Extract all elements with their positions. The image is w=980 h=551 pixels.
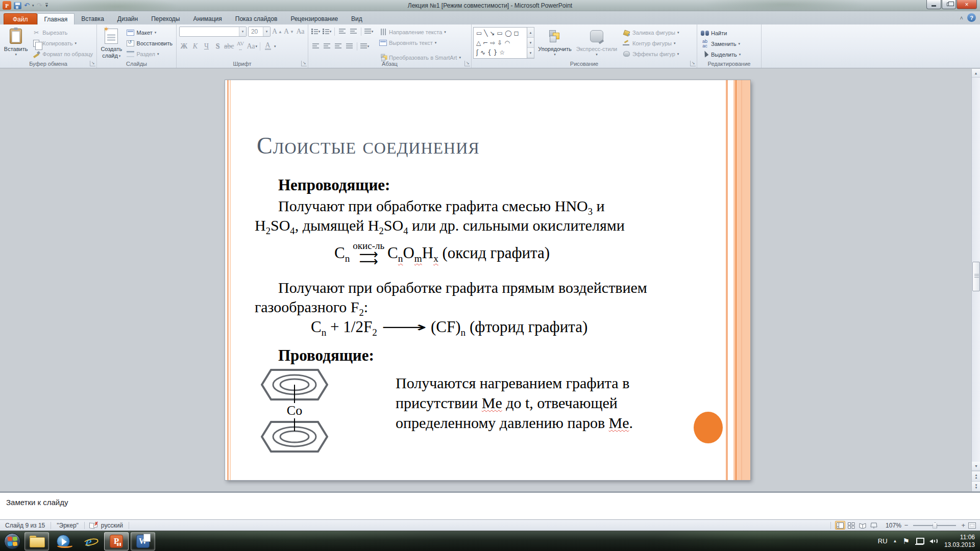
- shape-effects-button[interactable]: Эффекты фигур ▾: [620, 48, 681, 59]
- paragraph-oxidizers[interactable]: Получают при обработке графита смесью HN…: [255, 196, 729, 235]
- tab-slideshow[interactable]: Показ слайдов: [229, 13, 284, 24]
- zoom-in-icon[interactable]: +: [960, 521, 966, 529]
- shapes-row-2[interactable]: △⌐⇨⇩◠: [476, 39, 524, 46]
- shapes-row-3[interactable]: ʃ∿{}☆: [476, 49, 524, 56]
- decrease-indent-button[interactable]: [337, 27, 347, 36]
- text-direction-button[interactable]: Направление текста ▾: [377, 27, 463, 37]
- tab-review[interactable]: Рецензирование: [284, 13, 345, 24]
- shapes-gallery-scroll[interactable]: ▲ ▼ ▼: [527, 27, 534, 59]
- grow-font-button[interactable]: А▲: [272, 27, 282, 37]
- speaker-icon[interactable]: [929, 537, 939, 545]
- taskbar-word[interactable]: W: [131, 532, 155, 550]
- taskbar-internet-explorer[interactable]: e: [78, 532, 102, 550]
- clear-formatting-button[interactable]: Аа: [296, 27, 305, 37]
- formula-graphite-fluoride[interactable]: Cn + 1/2F2 ⟶ (CF)n (фторид графита): [311, 318, 587, 336]
- arrange-button[interactable]: Упорядочить ▾: [536, 26, 573, 59]
- tab-design[interactable]: Дизайн: [111, 13, 144, 24]
- tab-transitions[interactable]: Переходы: [144, 13, 186, 24]
- zoom-level[interactable]: 107%: [884, 522, 903, 529]
- zoom-out-icon[interactable]: −: [903, 521, 910, 529]
- paragraph-dialog-launcher-icon[interactable]: ↘: [464, 61, 470, 66]
- new-slide-button[interactable]: Создать слайд▾: [99, 26, 125, 59]
- justify-button[interactable]: [345, 41, 354, 51]
- select-button[interactable]: Выделить ▾: [699, 49, 760, 60]
- normal-view-button[interactable]: [835, 521, 845, 530]
- increase-indent-button[interactable]: [349, 27, 358, 36]
- clock[interactable]: 11:06 13.03.2013: [944, 534, 975, 549]
- bullets-button[interactable]: ▾: [311, 27, 321, 36]
- scroll-down-button[interactable]: ▼: [972, 462, 980, 471]
- find-button[interactable]: Найти: [699, 28, 760, 38]
- slideshow-view-button[interactable]: [869, 521, 879, 530]
- shrink-font-button[interactable]: А▼: [284, 27, 294, 37]
- tab-insert[interactable]: Вставка: [75, 13, 111, 24]
- network-icon[interactable]: [915, 538, 924, 545]
- strikethrough-button[interactable]: abc: [224, 41, 234, 51]
- align-right-button[interactable]: [333, 41, 343, 51]
- section-button[interactable]: Раздел ▾: [125, 48, 175, 59]
- customize-qat-icon[interactable]: ▾: [45, 3, 48, 8]
- font-color-button[interactable]: А: [263, 41, 273, 51]
- show-hidden-icons-icon[interactable]: ▲: [893, 539, 897, 543]
- layout-button[interactable]: Макет ▾: [125, 28, 175, 38]
- notes-pane[interactable]: Заметки к слайду: [0, 491, 980, 519]
- reset-button[interactable]: Восстановить: [125, 38, 175, 49]
- shape-fill-button[interactable]: Заливка фигуры ▾: [620, 28, 681, 38]
- align-center-button[interactable]: [322, 41, 332, 51]
- shapes-more-icon[interactable]: ▼: [527, 48, 534, 58]
- zoom-slider[interactable]: [913, 525, 956, 526]
- undo-dropdown-icon[interactable]: ▾: [32, 4, 34, 8]
- notes-placeholder[interactable]: Заметки к слайду: [6, 498, 974, 507]
- scrollbar-thumb[interactable]: [972, 262, 980, 291]
- cobaltocene-diagram[interactable]: Co: [261, 369, 328, 453]
- copy-button[interactable]: Копировать ▾: [30, 38, 95, 49]
- save-icon[interactable]: [14, 2, 21, 9]
- taskbar-media-player[interactable]: [51, 532, 76, 550]
- slide-sorter-view-button[interactable]: [846, 521, 856, 530]
- slide-counter[interactable]: Слайд 9 из 15: [3, 522, 47, 529]
- character-spacing-button[interactable]: AV↔: [235, 41, 245, 51]
- reading-view-button[interactable]: [857, 521, 868, 530]
- collapse-ribbon-icon[interactable]: ˄: [960, 15, 963, 21]
- powerpoint-logo-icon[interactable]: P: [3, 1, 11, 10]
- change-case-button[interactable]: Аа▾: [247, 41, 257, 51]
- italic-button[interactable]: К: [190, 41, 200, 51]
- paragraph-metals[interactable]: Получаются нагреванием графита в присутс…: [396, 373, 641, 433]
- numbering-button[interactable]: ▾: [322, 27, 332, 36]
- columns-button[interactable]: ▾: [360, 41, 370, 51]
- minimize-button[interactable]: [926, 0, 941, 9]
- tab-home[interactable]: Главная: [37, 13, 75, 24]
- tab-animations[interactable]: Анимация: [186, 13, 228, 24]
- vertical-scrollbar[interactable]: ▲ ▼ ▲ ▲ ▼ ▼: [971, 69, 980, 491]
- align-left-button[interactable]: [311, 41, 321, 51]
- close-button[interactable]: ×: [957, 0, 977, 9]
- text-shadow-button[interactable]: S: [213, 41, 223, 51]
- drawing-dialog-launcher-icon[interactable]: ↘: [690, 61, 696, 66]
- format-painter-button[interactable]: Формат по образцу: [30, 48, 95, 59]
- quick-styles-button[interactable]: Экспресс-стили ▾: [575, 26, 618, 59]
- shapes-scroll-down-icon[interactable]: ▼: [527, 38, 534, 48]
- slide-canvas[interactable]: Слоистые соединения Непроводящие: Получа…: [225, 80, 750, 480]
- slide-title[interactable]: Слоистые соединения: [257, 132, 480, 159]
- help-icon[interactable]: ?: [967, 13, 976, 22]
- taskbar-explorer[interactable]: [24, 532, 49, 550]
- taskbar-powerpoint[interactable]: P: [104, 532, 129, 550]
- heading-nonconducting[interactable]: Непроводящие:: [278, 176, 390, 194]
- action-center-flag-icon[interactable]: ⚑: [902, 537, 909, 546]
- shapes-scroll-up-icon[interactable]: ▲: [527, 28, 534, 38]
- next-slide-button[interactable]: ▼ ▼: [972, 481, 980, 491]
- undo-icon[interactable]: ↶: [24, 2, 30, 9]
- language-indicator[interactable]: русский: [99, 522, 125, 529]
- clipboard-dialog-launcher-icon[interactable]: ↘: [90, 61, 95, 66]
- font-size-combo[interactable]: 20 ▾: [248, 27, 271, 37]
- font-dialog-launcher-icon[interactable]: ↘: [301, 61, 307, 66]
- cut-button[interactable]: ✂ Вырезать: [30, 28, 95, 38]
- tab-view[interactable]: Вид: [345, 13, 369, 24]
- slide-orange-circle[interactable]: [694, 412, 723, 443]
- heading-conducting[interactable]: Проводящие:: [278, 346, 374, 365]
- scroll-up-button[interactable]: ▲: [972, 69, 980, 78]
- paste-button[interactable]: Вставить ▾: [2, 26, 30, 59]
- shapes-row-1[interactable]: ▭╲↘▭◯◻: [476, 30, 524, 37]
- fit-to-window-icon[interactable]: [968, 522, 976, 529]
- language-bar[interactable]: RU: [878, 537, 888, 545]
